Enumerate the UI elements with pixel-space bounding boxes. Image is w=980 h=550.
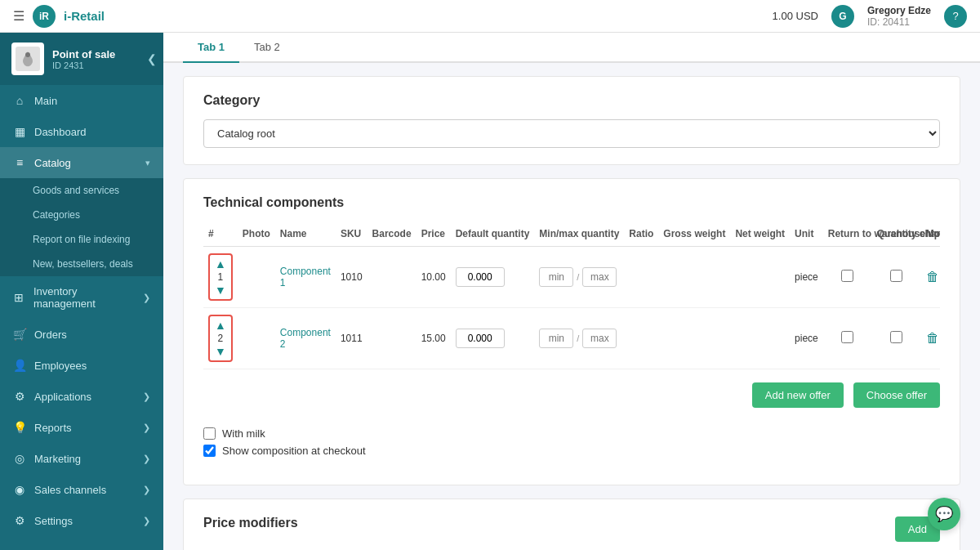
sidebar-item-settings[interactable]: ⚙ Settings ❯ [0, 505, 163, 536]
sidebar-item-dashboard[interactable]: ▦ Dashboard [0, 116, 163, 147]
sidebar-item-orders[interactable]: 🛒 Orders [0, 319, 163, 350]
with-milk-label: With milk [222, 427, 265, 440]
col-photo: Photo [238, 221, 275, 247]
chat-bubble[interactable]: 💬 [928, 498, 960, 530]
table-row: ▲ 2 ▼ Component 2 1011 [203, 308, 940, 369]
order-num-1: 1 [218, 271, 224, 283]
min-input-2[interactable] [539, 329, 573, 348]
add-new-offer-button[interactable]: Add new offer [752, 382, 844, 408]
minmax-cell-2: / [534, 308, 624, 369]
main-icon: ⌂ [13, 94, 26, 107]
tab-2[interactable]: Tab 2 [239, 33, 295, 63]
delete-btn-2[interactable]: 🗑 [926, 331, 939, 346]
tab-1[interactable]: Tab 1 [183, 33, 239, 63]
sales-channels-arrow-icon: ❯ [143, 485, 150, 495]
ratio-cell-2 [624, 308, 658, 369]
tab-bar: Tab 1 Tab 2 [163, 33, 980, 63]
gross-weight-cell-2 [658, 308, 730, 369]
tech-section: Technical components # Photo Name SKU Ba… [183, 178, 960, 485]
price-mod-header: Price modifiers Add [203, 516, 940, 542]
max-input-1[interactable] [582, 267, 617, 287]
show-composition-label: Show composition at checkout [222, 445, 366, 457]
topbar: ☰ iR i-Retail 1.00 USD G Gregory Edze ID… [0, 0, 980, 33]
category-title: Category [203, 93, 940, 108]
sidebar-item-main[interactable]: ⌂ Main [0, 85, 163, 116]
minmax-wrap-1: / [539, 267, 619, 287]
price-modifiers-section: Price modifiers Add Add a modifier if th… [183, 499, 960, 550]
price-cell-1: 10.00 [416, 247, 451, 308]
sidebar-item-sales-channels[interactable]: ◉ Sales channels ❯ [0, 474, 163, 505]
sidebar-item-label: Catalog [34, 157, 71, 169]
col-order: # [203, 221, 238, 247]
reports-arrow-icon: ❯ [143, 423, 150, 433]
col-ratio: Ratio [624, 221, 658, 247]
components-table-wrap: # Photo Name SKU Barcode Price Default q… [203, 221, 940, 369]
qty-changes-cell-2 [872, 308, 921, 369]
sidebar-item-applications[interactable]: ⚙ Applications ❯ [0, 381, 163, 412]
max-input-2[interactable] [582, 329, 617, 348]
component-link-1[interactable]: Component 1 [280, 266, 331, 288]
qty-changes-checkbox-1[interactable] [890, 270, 902, 282]
unit-cell-2: piece [790, 308, 823, 369]
modifier-cell-2: 🗑 [921, 308, 940, 369]
col-barcode: Barcode [368, 221, 416, 247]
order-cell-1: ▲ 1 ▼ [203, 247, 238, 308]
sidebar-item-marketing[interactable]: ◎ Marketing ❯ [0, 443, 163, 474]
sidebar-item-label: Settings [34, 515, 73, 527]
return-warehouse-cell-2 [823, 308, 872, 369]
barcode-cell-1 [368, 247, 416, 308]
category-section: Category Catalog root [183, 76, 960, 165]
hamburger-icon[interactable]: ☰ [13, 8, 24, 24]
sidebar-item-catalog[interactable]: ≡ Catalog ▾ [0, 147, 163, 178]
topbar-left: ☰ iR i-Retail [13, 5, 105, 28]
dashboard-icon: ▦ [13, 125, 26, 138]
return-warehouse-checkbox-1[interactable] [841, 270, 853, 282]
qty-changes-cell-1 [872, 247, 921, 308]
sidebar-item-inventory[interactable]: ⊞ Inventory management ❯ [0, 276, 163, 319]
order-box-2: ▲ 2 ▼ [208, 315, 233, 362]
sidebar-item-label: Orders [34, 329, 67, 341]
return-warehouse-checkbox-2[interactable] [841, 331, 853, 343]
order-down-btn-1[interactable]: ▼ [215, 284, 226, 296]
order-up-btn-2[interactable]: ▲ [215, 320, 226, 331]
category-select[interactable]: Catalog root [203, 119, 940, 148]
sidebar-item-label: Inventory management [33, 285, 135, 310]
sidebar-collapse-icon[interactable]: ❮ [147, 52, 157, 65]
with-milk-checkbox[interactable] [203, 427, 216, 440]
component-link-2[interactable]: Component 2 [280, 327, 331, 350]
default-qty-input-1[interactable] [456, 267, 505, 287]
qty-changes-checkbox-2[interactable] [890, 331, 902, 343]
help-button[interactable]: ? [944, 5, 967, 28]
order-box-1: ▲ 1 ▼ [208, 253, 233, 301]
show-composition-row: Show composition at checkout [203, 445, 940, 457]
sales-channels-icon: ◉ [13, 483, 26, 496]
sidebar-item-label: Dashboard [34, 126, 87, 138]
sidebar-item-report-file[interactable]: Report on file indexing [0, 227, 163, 252]
name-cell-1: Component 1 [275, 247, 336, 308]
order-up-btn-1[interactable]: ▲ [215, 258, 226, 270]
components-table: # Photo Name SKU Barcode Price Default q… [203, 221, 940, 369]
order-down-btn-2[interactable]: ▼ [215, 346, 226, 357]
col-name: Name [275, 221, 336, 247]
sidebar-item-categories[interactable]: Categories [0, 203, 163, 227]
barcode-cell-2 [368, 308, 416, 369]
main-content: Tab 1 Tab 2 Category Catalog root Techni… [163, 33, 980, 550]
choose-offer-button[interactable]: Choose offer [853, 382, 940, 408]
col-qty-changes: Quantity changes upon purchase [872, 221, 921, 247]
default-qty-input-2[interactable] [456, 329, 505, 348]
sidebar-item-employees[interactable]: 👤 Employees [0, 350, 163, 381]
marketing-arrow-icon: ❯ [143, 454, 150, 464]
show-composition-checkbox[interactable] [203, 445, 216, 457]
sidebar-item-reports[interactable]: 💡 Reports ❯ [0, 412, 163, 443]
col-unit: Unit [790, 221, 823, 247]
catalog-submenu: Goods and services Categories Report on … [0, 178, 163, 276]
minmax-sep: / [577, 272, 579, 282]
logo-icon: iR [33, 5, 56, 28]
sidebar-item-new-deals[interactable]: New, bestsellers, deals [0, 252, 163, 276]
store-info: Point of sale ID 2431 ❮ [0, 33, 163, 85]
sku-cell-2: 1011 [336, 308, 368, 369]
marketing-icon: ◎ [13, 452, 26, 465]
delete-btn-1[interactable]: 🗑 [926, 270, 939, 284]
min-input-1[interactable] [539, 267, 573, 287]
sidebar-item-goods[interactable]: Goods and services [0, 178, 163, 203]
